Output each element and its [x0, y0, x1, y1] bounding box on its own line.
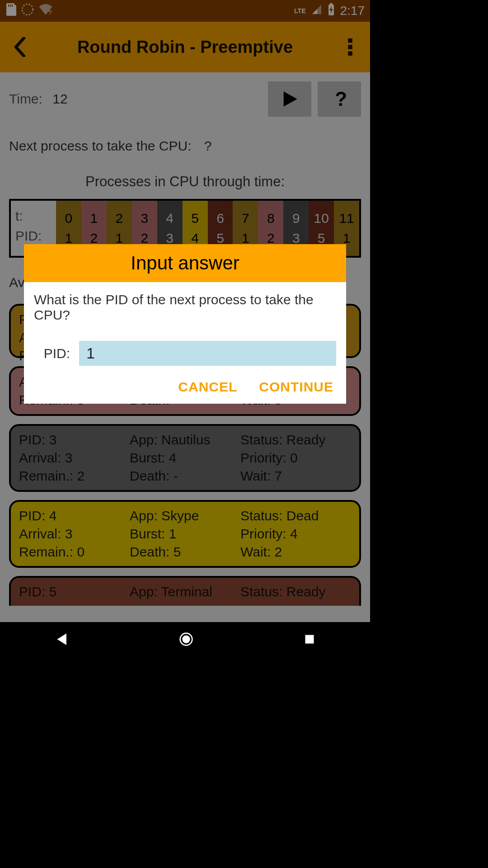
pid-input-label: PID:	[34, 346, 70, 361]
dialog-question: What is the PID of the next process to t…	[34, 292, 336, 323]
device-frame: ? LTE 2:17 Round Robin - Preemptive Time…	[0, 0, 370, 658]
input-answer-dialog: Input answer What is the PID of the next…	[24, 244, 346, 404]
dialog-title: Input answer	[24, 244, 346, 282]
nav-back-button[interactable]	[56, 633, 68, 647]
cancel-button[interactable]: CANCEL	[178, 379, 237, 395]
svg-point-9	[183, 636, 190, 643]
system-nav-bar	[0, 622, 370, 658]
continue-button[interactable]: CONTINUE	[259, 379, 333, 395]
svg-rect-10	[305, 635, 314, 643]
nav-recent-button[interactable]	[304, 634, 315, 646]
pid-input[interactable]	[79, 341, 336, 366]
nav-home-button[interactable]	[179, 632, 193, 648]
